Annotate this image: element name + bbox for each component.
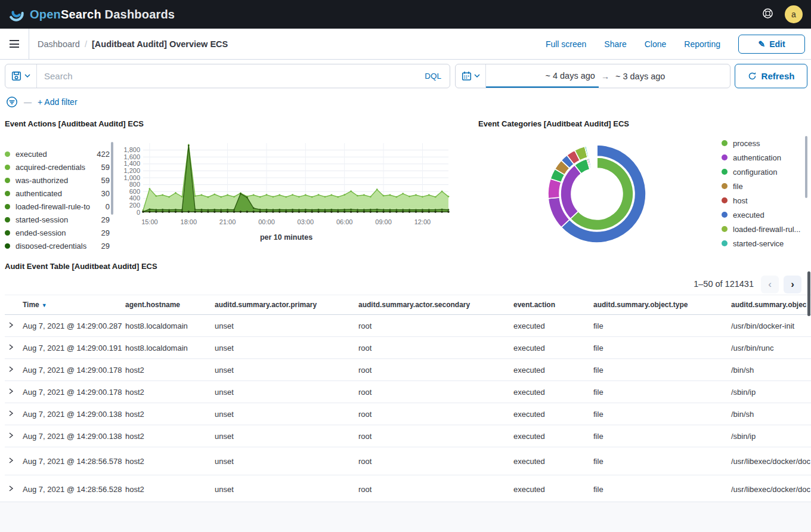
- svg-text:1,800: 1,800: [123, 146, 140, 153]
- column-header[interactable]: auditd.summary.objec: [729, 295, 811, 315]
- header-actions: a: [762, 5, 803, 23]
- filter-placeholder-dash: —: [24, 98, 32, 107]
- legend-scrollbar[interactable]: [111, 142, 113, 215]
- legend-item[interactable]: process: [722, 136, 804, 150]
- legend-value: 59: [101, 163, 110, 172]
- scrollbar[interactable]: [807, 271, 810, 316]
- table-row: Aug 7, 2021 @ 14:29:00.178host2unsetroot…: [5, 381, 811, 403]
- expand-row-button[interactable]: [5, 359, 20, 381]
- table-cell: Aug 7, 2021 @ 14:29:00.287: [20, 315, 123, 337]
- table-cell: root: [356, 403, 511, 425]
- column-header[interactable]: agent.hostname: [123, 295, 212, 315]
- legend-label: acquired-credentials: [16, 163, 99, 172]
- legend-item[interactable]: loaded-firewall-rul...: [722, 222, 804, 236]
- save-icon: [11, 71, 21, 81]
- avatar[interactable]: a: [785, 5, 803, 23]
- refresh-icon: [748, 72, 757, 81]
- legend-item[interactable]: loaded-firewall-rule-to0: [5, 200, 110, 213]
- expand-row-button[interactable]: [5, 315, 20, 337]
- table-cell: executed: [511, 381, 591, 403]
- legend-item[interactable]: was-authorized59: [5, 174, 110, 187]
- column-header[interactable]: auditd.summary.actor.primary: [212, 295, 356, 315]
- legend-label: authenticated: [16, 189, 99, 198]
- table-cell: root: [356, 337, 511, 359]
- table-cell: host2: [123, 381, 212, 403]
- search-input[interactable]: [37, 71, 416, 81]
- table-cell: host8.localdomain: [123, 315, 212, 337]
- legend-label: was-authorized: [16, 176, 99, 185]
- pagination-prev-button[interactable]: ‹: [761, 276, 779, 293]
- expand-row-button[interactable]: [5, 425, 20, 447]
- chevron-down-icon: [474, 74, 480, 78]
- full-screen-link[interactable]: Full screen: [546, 39, 586, 49]
- svg-text:0: 0: [137, 209, 140, 216]
- calendar-icon: [462, 71, 472, 81]
- legend-item[interactable]: executed422: [5, 147, 110, 160]
- legend-scrollbar[interactable]: [805, 136, 807, 198]
- edit-button[interactable]: ✎ Edit: [738, 35, 805, 54]
- help-icon[interactable]: [762, 7, 774, 22]
- legend-color-dot: [5, 165, 10, 170]
- legend-item[interactable]: ended-session29: [5, 226, 110, 239]
- opensearch-logo[interactable]: OpenSearch Dashboards: [8, 7, 175, 23]
- event-actions-area-chart[interactable]: 02004006008001,0001,2001,4001,6001,80015…: [114, 138, 458, 229]
- page-title: [Auditbeat Auditd] Overview ECS: [92, 39, 228, 49]
- table-cell: host8.localdomain: [123, 337, 212, 359]
- legend-item[interactable]: executed: [722, 208, 804, 222]
- table-cell: root: [356, 359, 511, 381]
- expand-row-button[interactable]: [5, 475, 20, 502]
- menu-hamburger-icon[interactable]: [0, 29, 29, 59]
- legend-item[interactable]: acquired-credentials59: [5, 160, 110, 174]
- legend-value: 29: [101, 228, 110, 237]
- filter-icon[interactable]: [6, 96, 18, 108]
- svg-text:600: 600: [129, 188, 140, 195]
- legend-color-dot: [722, 197, 728, 203]
- pagination-next-button[interactable]: ›: [784, 276, 801, 293]
- date-range-end-button[interactable]: ~ 3 days ago: [612, 64, 730, 88]
- column-header[interactable]: Time▼: [20, 295, 123, 315]
- legend-item[interactable]: configuration: [722, 165, 804, 179]
- legend-color-dot: [722, 169, 728, 175]
- pagination-range: 1–50 of 121431: [668, 279, 754, 289]
- table-cell: root: [356, 381, 511, 403]
- expand-row-button[interactable]: [5, 403, 20, 425]
- expand-row-button[interactable]: [5, 447, 20, 475]
- add-filter-link[interactable]: + Add filter: [38, 97, 78, 107]
- share-link[interactable]: Share: [604, 39, 626, 49]
- event-categories-panel-title: Event Categories [Auditbeat Auditd] ECS: [478, 119, 629, 128]
- legend-item[interactable]: started-session29: [5, 213, 110, 226]
- table-cell: file: [591, 381, 729, 403]
- legend-item[interactable]: disposed-credentials29: [5, 239, 110, 249]
- table-cell: /bin/sh: [729, 403, 811, 425]
- column-header[interactable]: auditd.summary.actor.secondary: [356, 295, 511, 315]
- legend-color-dot: [5, 178, 10, 183]
- dql-button[interactable]: DQL: [416, 72, 450, 81]
- legend-item[interactable]: authentication: [722, 150, 804, 165]
- date-range-start-button[interactable]: ~ 4 days ago: [486, 64, 599, 88]
- reporting-link[interactable]: Reporting: [684, 39, 720, 49]
- svg-text:21:00: 21:00: [219, 218, 236, 225]
- chevron-right-icon: ›: [791, 279, 794, 290]
- expand-row-button[interactable]: [5, 381, 20, 403]
- nav-bar: Dashboard / [Auditbeat Auditd] Overview …: [0, 29, 811, 60]
- legend-item[interactable]: host: [722, 193, 804, 208]
- table-cell: Aug 7, 2021 @ 14:29:00.178: [20, 359, 123, 381]
- event-categories-donut-chart[interactable]: [543, 140, 651, 248]
- clone-link[interactable]: Clone: [645, 39, 667, 49]
- table-cell: /usr/libexec/docker/doc: [729, 475, 811, 502]
- column-header[interactable]: auditd.summary.object.type: [591, 295, 729, 315]
- legend-item[interactable]: file: [722, 179, 804, 193]
- date-quick-select-button[interactable]: [456, 64, 486, 88]
- legend-item[interactable]: authenticated30: [5, 187, 110, 200]
- table-cell: file: [591, 475, 729, 502]
- table-cell: unset: [212, 359, 356, 381]
- expand-column-header: [5, 295, 20, 315]
- legend-item[interactable]: started-service: [722, 236, 804, 250]
- breadcrumb-dashboard-link[interactable]: Dashboard: [38, 39, 80, 49]
- table-row: Aug 7, 2021 @ 14:29:00.191host8.localdom…: [5, 337, 811, 359]
- saved-queries-button[interactable]: [5, 64, 37, 88]
- table-header-row: Time▼agent.hostnameauditd.summary.actor.…: [5, 295, 811, 315]
- column-header[interactable]: event.action: [511, 295, 591, 315]
- refresh-button[interactable]: Refresh: [735, 64, 807, 88]
- expand-row-button[interactable]: [5, 337, 20, 359]
